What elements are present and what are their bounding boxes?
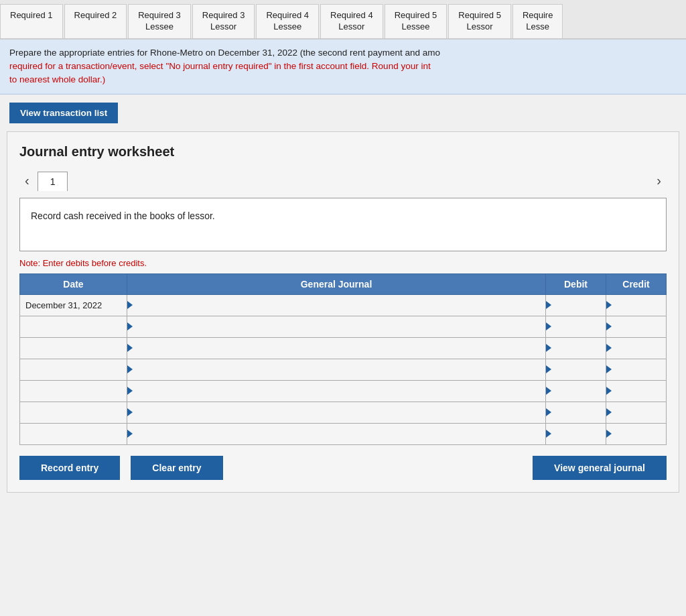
date-cell-4 bbox=[20, 359, 127, 380]
debit-input-1[interactable] bbox=[546, 295, 606, 316]
debit-input-2[interactable] bbox=[546, 316, 606, 337]
date-cell-5 bbox=[20, 380, 127, 402]
journal-cell-3[interactable] bbox=[127, 337, 546, 359]
journal-input-1[interactable] bbox=[127, 295, 545, 316]
instructions-box: Prepare the appropriate entries for Rhon… bbox=[0, 40, 686, 95]
credit-input-1[interactable] bbox=[606, 295, 666, 316]
header-general-journal: General Journal bbox=[127, 273, 546, 294]
journal-entry-worksheet: Journal entry worksheet ‹ 1 › Record cas… bbox=[7, 131, 679, 493]
record-entry-button[interactable]: Record entry bbox=[19, 456, 120, 480]
table-row bbox=[20, 337, 667, 359]
journal-input-3[interactable] bbox=[127, 338, 545, 359]
credit-input-5[interactable] bbox=[606, 381, 666, 402]
table-row bbox=[20, 359, 667, 380]
tab-required4-lessee[interactable]: Required 4 Lessee bbox=[256, 4, 319, 38]
instructions-red2: to nearest whole dollar.) bbox=[9, 74, 105, 84]
current-tab-number: 1 bbox=[38, 172, 68, 191]
journal-cell-2[interactable] bbox=[127, 316, 546, 337]
date-cell-2 bbox=[20, 316, 127, 337]
clear-entry-button[interactable]: Clear entry bbox=[131, 456, 222, 480]
nav-row: ‹ 1 › bbox=[19, 170, 667, 191]
date-cell-6 bbox=[20, 402, 127, 423]
tab-required1[interactable]: Required 1 bbox=[0, 4, 63, 38]
journal-cell-7[interactable] bbox=[127, 423, 546, 444]
credit-cell-7[interactable] bbox=[606, 423, 667, 444]
debit-input-4[interactable] bbox=[546, 359, 606, 380]
table-row bbox=[20, 380, 667, 402]
journal-cell-1[interactable] bbox=[127, 294, 546, 316]
tab-required5-lessee[interactable]: Required 5 Lessee bbox=[385, 4, 448, 38]
journal-cell-6[interactable] bbox=[127, 402, 546, 423]
credit-input-4[interactable] bbox=[606, 359, 666, 380]
header-credit: Credit bbox=[606, 273, 667, 294]
journal-table: Date General Journal Debit Credit Decemb… bbox=[19, 273, 667, 445]
credit-cell-1[interactable] bbox=[606, 294, 667, 316]
debit-cell-5[interactable] bbox=[546, 380, 606, 402]
tab-require-lesse[interactable]: Require Lesse bbox=[512, 4, 563, 38]
journal-cell-4[interactable] bbox=[127, 359, 546, 380]
date-cell-3 bbox=[20, 337, 127, 359]
credit-input-3[interactable] bbox=[606, 338, 666, 359]
header-debit: Debit bbox=[546, 273, 606, 294]
credit-cell-6[interactable] bbox=[606, 402, 667, 423]
tab-required3-lessor[interactable]: Required 3 Lessor bbox=[192, 4, 255, 38]
journal-input-7[interactable] bbox=[127, 424, 545, 444]
date-cell-7 bbox=[20, 423, 127, 444]
credit-input-6[interactable] bbox=[606, 402, 666, 423]
debit-cell-7[interactable] bbox=[546, 423, 606, 444]
table-row bbox=[20, 316, 667, 337]
table-row bbox=[20, 402, 667, 423]
debit-cell-2[interactable] bbox=[546, 316, 606, 337]
tab-required3-lessee[interactable]: Required 3 Lessee bbox=[128, 4, 191, 38]
debit-input-6[interactable] bbox=[546, 402, 606, 423]
instructions-red1: required for a transaction/event, select… bbox=[9, 61, 431, 71]
tab-required2[interactable]: Required 2 bbox=[64, 4, 127, 38]
debit-cell-4[interactable] bbox=[546, 359, 606, 380]
table-row bbox=[20, 423, 667, 444]
journal-input-6[interactable] bbox=[127, 402, 545, 423]
view-transaction-button[interactable]: View transaction list bbox=[9, 103, 118, 123]
journal-input-2[interactable] bbox=[127, 316, 545, 337]
credit-cell-5[interactable] bbox=[606, 380, 667, 402]
prev-arrow[interactable]: ‹ bbox=[19, 170, 35, 191]
credit-input-7[interactable] bbox=[606, 424, 666, 444]
instructions-main: Prepare the appropriate entries for Rhon… bbox=[9, 48, 440, 58]
debit-cell-3[interactable] bbox=[546, 337, 606, 359]
journal-cell-5[interactable] bbox=[127, 380, 546, 402]
debit-cell-6[interactable] bbox=[546, 402, 606, 423]
worksheet-title: Journal entry worksheet bbox=[19, 144, 667, 160]
next-arrow[interactable]: › bbox=[651, 170, 667, 191]
note-text: Note: Enter debits before credits. bbox=[19, 258, 667, 268]
transaction-description: Record cash received in the books of les… bbox=[19, 198, 667, 251]
tab-required5-lessor[interactable]: Required 5 Lessor bbox=[448, 4, 511, 38]
tab-required4-lessor[interactable]: Required 4 Lessor bbox=[320, 4, 383, 38]
header-date: Date bbox=[20, 273, 127, 294]
table-row: December 31, 2022 bbox=[20, 294, 667, 316]
debit-input-5[interactable] bbox=[546, 381, 606, 402]
journal-input-5[interactable] bbox=[127, 381, 545, 402]
view-general-journal-button[interactable]: View general journal bbox=[533, 456, 667, 480]
credit-cell-2[interactable] bbox=[606, 316, 667, 337]
tabs-bar: Required 1 Required 2 Required 3 Lessee … bbox=[0, 0, 686, 40]
debit-input-3[interactable] bbox=[546, 338, 606, 359]
debit-input-7[interactable] bbox=[546, 424, 606, 444]
action-buttons: Record entry Clear entry View general jo… bbox=[19, 456, 667, 480]
debit-cell-1[interactable] bbox=[546, 294, 606, 316]
credit-cell-4[interactable] bbox=[606, 359, 667, 380]
date-cell-1: December 31, 2022 bbox=[20, 294, 127, 316]
credit-input-2[interactable] bbox=[606, 316, 666, 337]
credit-cell-3[interactable] bbox=[606, 337, 667, 359]
journal-input-4[interactable] bbox=[127, 359, 545, 380]
